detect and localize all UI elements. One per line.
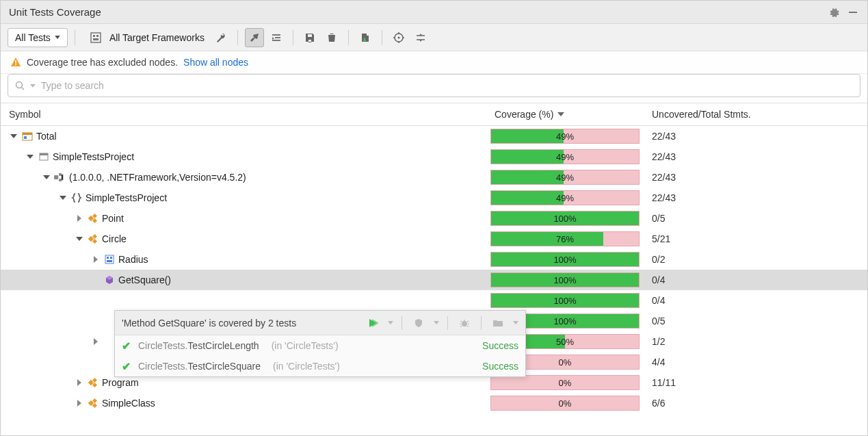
notice-text: Coverage tree has excluded nodes. xyxy=(27,57,178,68)
class-icon xyxy=(87,233,99,245)
uncovered-stmts: 5/21 xyxy=(644,233,867,244)
target-frameworks-dropdown[interactable]: All Target Frameworks xyxy=(82,28,209,47)
covering-test-row[interactable]: ✔ CircleTests.TestCircleLength (in 'Circ… xyxy=(115,335,525,356)
folder-caret-icon[interactable] xyxy=(513,321,518,324)
class-icon xyxy=(87,212,99,225)
test-status: Success xyxy=(482,361,518,372)
svg-rect-25 xyxy=(105,255,114,264)
caret-down-icon xyxy=(55,36,60,39)
popup-title: 'Method GetSquare' is covered by 2 tests xyxy=(122,318,359,329)
chevron-down-icon[interactable] xyxy=(75,234,84,244)
sort-desc-icon xyxy=(557,112,564,116)
chevron-none xyxy=(91,296,101,305)
search-box[interactable] xyxy=(8,74,860,97)
method-icon xyxy=(103,274,116,286)
highlight-icon[interactable] xyxy=(245,28,264,47)
node-label: Circle xyxy=(102,233,127,244)
coverage-tree[interactable]: Total49%22/43SimpleTestsProject49%22/43(… xyxy=(1,126,867,435)
chevron-right-icon[interactable] xyxy=(91,337,101,346)
svg-line-10 xyxy=(22,88,25,90)
shield-caret-icon[interactable] xyxy=(434,321,439,324)
bug-icon[interactable] xyxy=(456,315,473,331)
coverage-bar: 100% xyxy=(490,272,640,287)
hotspots-icon[interactable] xyxy=(411,28,430,47)
chevron-none xyxy=(91,316,101,326)
svg-rect-26 xyxy=(107,257,109,259)
svg-rect-4 xyxy=(93,38,98,40)
node-label: (1.0.0.0, .NETFramework,Version=v4.5.2) xyxy=(69,172,246,183)
class-icon xyxy=(87,397,99,409)
gear-icon[interactable] xyxy=(826,5,841,20)
chevron-right-icon[interactable] xyxy=(75,214,84,223)
tree-row[interactable]: SimpleClass0%6/6 xyxy=(1,393,867,413)
chevron-down-icon[interactable] xyxy=(58,193,68,203)
chevron-right-icon[interactable] xyxy=(91,255,101,264)
window-title: Unit Tests Coverage xyxy=(9,6,101,18)
export-icon[interactable] xyxy=(356,28,375,47)
save-icon[interactable] xyxy=(300,28,319,47)
search-input[interactable] xyxy=(40,79,853,92)
svg-rect-7 xyxy=(15,60,16,64)
svg-point-9 xyxy=(16,82,23,88)
trash-icon[interactable] xyxy=(322,28,341,47)
search-icon xyxy=(15,81,25,90)
tree-row[interactable]: GetSquare()100%0/4 xyxy=(1,270,867,290)
tree-row[interactable]: Point100%0/5 xyxy=(1,208,867,229)
tree-row[interactable]: 100%0/4 xyxy=(1,290,867,311)
coverage-bar: 49% xyxy=(490,149,640,164)
chevron-down-icon[interactable] xyxy=(9,131,18,141)
chevron-down-icon[interactable] xyxy=(42,172,51,182)
tree-row[interactable]: SimpleTestsProject49%22/43 xyxy=(1,188,867,208)
tree-row[interactable]: SimpleTestsProject49%22/43 xyxy=(1,146,867,167)
check-icon: ✔ xyxy=(122,360,133,373)
coverage-value: 76% xyxy=(556,234,574,244)
run-tests-icon[interactable] xyxy=(365,315,381,331)
search-options-caret-icon[interactable] xyxy=(30,84,36,88)
tree-row[interactable]: Radius100%0/2 xyxy=(1,249,867,270)
class-icon xyxy=(87,376,99,389)
test-name: CircleTests.TestCircleSquare xyxy=(138,361,261,372)
coverage-value: 100% xyxy=(553,255,576,265)
tree-row[interactable]: Circle76%5/21 xyxy=(1,229,867,249)
tree-row[interactable]: (1.0.0.0, .NETFramework,Version=v4.5.2)4… xyxy=(1,167,867,188)
svg-rect-12 xyxy=(23,133,32,135)
covering-test-row[interactable]: ✔ CircleTests.TestCircleSquare (in 'Circ… xyxy=(115,356,525,376)
column-symbol[interactable]: Symbol xyxy=(1,109,486,120)
chevron-right-icon[interactable] xyxy=(75,378,84,387)
shield-icon[interactable] xyxy=(410,315,427,331)
test-location: (in 'CircleTests') xyxy=(273,361,477,372)
tree-row[interactable]: Total49%22/43 xyxy=(1,126,867,146)
node-label: SimpleTestsProject xyxy=(53,151,134,162)
coverage-bar: 100% xyxy=(490,252,640,267)
frameworks-label: All Target Frameworks xyxy=(109,32,205,43)
svg-rect-16 xyxy=(54,175,58,179)
show-all-nodes-link[interactable]: Show all nodes xyxy=(183,57,248,68)
node-label: Total xyxy=(36,131,57,142)
node-label: Program xyxy=(102,377,139,388)
coverage-value: 50% xyxy=(556,337,574,347)
column-uncovered[interactable]: Uncovered/Total Stmts. xyxy=(644,109,867,120)
svg-rect-17 xyxy=(59,173,62,176)
coverage-value: 100% xyxy=(553,275,576,285)
tests-scope-label: All Tests xyxy=(15,32,51,43)
indent-icon[interactable] xyxy=(267,28,286,47)
coverage-bar: 49% xyxy=(490,170,640,185)
uncovered-stmts: 0/5 xyxy=(644,316,867,326)
coverage-value: 100% xyxy=(553,296,576,306)
chevron-right-icon[interactable] xyxy=(75,398,84,408)
tests-scope-dropdown[interactable]: All Tests xyxy=(8,28,68,47)
coverage-bar: 100% xyxy=(490,211,640,226)
coverage-value: 100% xyxy=(553,214,576,224)
folder-icon[interactable] xyxy=(490,315,506,331)
column-coverage[interactable]: Coverage (%) xyxy=(486,109,644,120)
target-icon[interactable] xyxy=(389,28,408,47)
minimize-icon[interactable] xyxy=(845,5,860,20)
svg-rect-0 xyxy=(849,12,857,13)
run-caret-icon[interactable] xyxy=(388,321,393,324)
coverage-value: 49% xyxy=(556,172,574,183)
node-label: SimpleClass xyxy=(102,398,155,409)
coverage-bar: 100% xyxy=(490,293,640,308)
chevron-down-icon[interactable] xyxy=(25,152,35,162)
uncovered-stmts: 22/43 xyxy=(644,192,867,203)
wrench-icon[interactable] xyxy=(211,28,231,47)
